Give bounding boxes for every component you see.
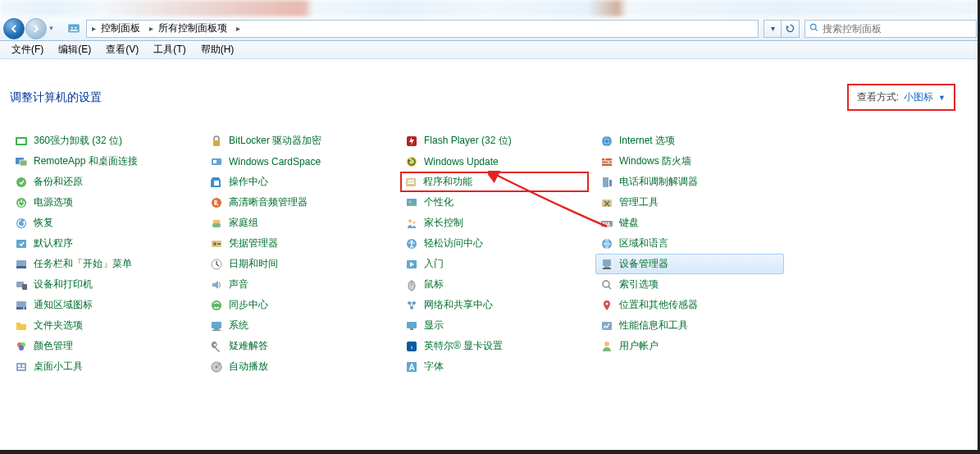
bc-root-arrow[interactable]: ▸	[89, 24, 99, 33]
winupdate-icon	[404, 154, 419, 169]
backup-icon	[14, 175, 29, 190]
cpl-item-label: 同步中心	[229, 298, 268, 312]
view-by-selector[interactable]: 查看方式: 小图标 ▼	[847, 84, 955, 111]
cpl-item-parental[interactable]: 家长控制	[400, 213, 589, 233]
menu-edit[interactable]: 编辑(E)	[52, 41, 98, 58]
cpl-item-notification[interactable]: 通知区域图标	[10, 295, 198, 315]
cpl-item-users[interactable]: 用户帐户	[595, 336, 784, 356]
bc-segment-all-items[interactable]: 所有控制面板项	[157, 21, 233, 37]
cpl-item-troubleshoot[interactable]: 疑难解答	[205, 336, 394, 356]
sound-icon	[209, 277, 224, 292]
cpl-item-display[interactable]: 显示	[400, 315, 589, 336]
cpl-item-bitlocker[interactable]: BitLocker 驱动器加密	[205, 131, 394, 151]
cpl-item-label: 区域和语言	[619, 236, 668, 250]
cpl-item-getstarted[interactable]: 入门	[400, 254, 589, 274]
cpl-item-datetime[interactable]: 日期和时间	[205, 254, 394, 274]
fonts-icon	[404, 360, 419, 374]
nav-history-dropdown[interactable]: ▼	[46, 20, 57, 38]
menu-tools[interactable]: 工具(T)	[147, 41, 192, 58]
cpl-item-label: 入门	[424, 257, 444, 271]
search-input[interactable]	[823, 23, 973, 34]
menu-view[interactable]: 查看(V)	[99, 41, 145, 58]
cpl-item-recovery[interactable]: 恢复	[10, 213, 198, 233]
cpl-item-sound[interactable]: 声音	[205, 274, 394, 295]
cpl-item-taskbar[interactable]: 任务栏和「开始」菜单	[10, 254, 198, 274]
cpl-item-network[interactable]: 网络和共享中心	[400, 295, 589, 315]
cpl-item-backup[interactable]: 备份和还原	[10, 172, 198, 192]
parental-icon	[404, 216, 419, 231]
cpl-item-location[interactable]: 位置和其他传感器	[595, 295, 784, 315]
nav-buttons-group: ▼	[3, 18, 57, 39]
cpl-item-phone[interactable]: 电话和调制解调器	[595, 172, 784, 192]
remoteapp-icon	[14, 154, 29, 169]
cpl-item-intel[interactable]: 英特尔® 显卡设置	[400, 336, 589, 356]
cpl-item-label: 通知区域图标	[34, 298, 93, 312]
forward-button[interactable]	[25, 18, 47, 39]
bc-segment-control-panel[interactable]: 控制面板	[99, 21, 146, 37]
cpl-item-label: 默认程序	[34, 236, 73, 250]
cpl-item-label: 鼠标	[424, 277, 444, 291]
cpl-item-flash[interactable]: Flash Player (32 位)	[400, 131, 589, 151]
cpl-item-color[interactable]: 颜色管理	[10, 336, 198, 356]
cpl-item-sync[interactable]: 同步中心	[205, 295, 394, 315]
cpl-item-default[interactable]: 默认程序	[10, 233, 198, 254]
cpl-item-admintools[interactable]: 管理工具	[595, 192, 784, 213]
back-button[interactable]	[3, 18, 25, 39]
taskbar-icon	[14, 257, 29, 272]
cpl-item-perf[interactable]: 性能信息和工具	[595, 315, 784, 336]
system-icon	[209, 319, 224, 333]
cpl-item-label: 设备和打印机	[34, 277, 93, 291]
network-icon	[404, 298, 419, 313]
refresh-button[interactable]	[782, 20, 800, 38]
cpl-item-folderopt[interactable]: 文件夹选项	[10, 315, 198, 336]
cpl-item-mouse[interactable]: 鼠标	[400, 274, 589, 295]
cpl-item-internet[interactable]: Internet 选项	[595, 131, 784, 151]
color-icon	[14, 339, 29, 354]
breadcrumb[interactable]: ▸ 控制面板 ▸ 所有控制面板项 ▸	[86, 20, 759, 38]
cpl-item-credentials[interactable]: 凭据管理器	[205, 233, 394, 254]
cpl-item-easeofaccess[interactable]: 轻松访问中心	[400, 233, 589, 254]
cpl-item-label: 电源选项	[34, 195, 73, 209]
cpl-item-realtek[interactable]: 高清晰音频管理器	[205, 192, 394, 213]
chevron-right-icon: ▸	[233, 24, 244, 33]
folderopt-icon	[14, 319, 29, 333]
search-box[interactable]	[805, 20, 977, 38]
cpl-item-label: 设备管理器	[619, 257, 668, 271]
cpl-item-remoteapp[interactable]: RemoteApp 和桌面连接	[10, 151, 198, 172]
devices-icon	[14, 277, 29, 292]
cpl-item-homegroup[interactable]: 家庭组	[205, 213, 394, 233]
cpl-item-autoplay[interactable]: 自动播放	[205, 356, 394, 377]
menu-file[interactable]: 文件(F)	[5, 41, 50, 58]
cpl-item-keyboard[interactable]: 键盘	[595, 213, 784, 233]
history-dropdown[interactable]: ▾	[763, 20, 782, 38]
items-area: 360强力卸载 (32 位)BitLocker 驱动器加密Flash Playe…	[0, 117, 980, 382]
notification-icon	[14, 298, 29, 313]
cpl-item-label: BitLocker 驱动器加密	[229, 134, 321, 148]
cpl-item-label: 颜色管理	[34, 339, 73, 353]
menu-help[interactable]: 帮助(H)	[194, 41, 241, 58]
cpl-item-fonts[interactable]: 字体	[400, 356, 589, 377]
power-icon	[14, 195, 29, 210]
cpl-item-region[interactable]: 区域和语言	[595, 233, 784, 254]
cpl-item-devices[interactable]: 设备和打印机	[10, 274, 198, 295]
cpl-item-indexing[interactable]: 索引选项	[595, 274, 784, 295]
cpl-item-system[interactable]: 系统	[205, 315, 394, 336]
cpl-item-personalize[interactable]: 个性化	[400, 192, 589, 213]
keyboard-icon	[599, 216, 614, 231]
cpl-item-firewall[interactable]: Windows 防火墙	[595, 151, 784, 172]
admintools-icon	[599, 195, 614, 210]
cpl-item-label: 网络和共享中心	[424, 298, 493, 312]
realtek-icon	[209, 195, 224, 210]
cpl-item-winupdate[interactable]: Windows Update	[400, 151, 589, 172]
cpl-item-label: 电话和调制解调器	[619, 175, 698, 189]
cpl-item-label: 字体	[424, 360, 444, 374]
cpl-item-cardspace[interactable]: Windows CardSpace	[205, 151, 394, 172]
cpl-item-gadgets[interactable]: 桌面小工具	[10, 356, 198, 377]
cpl-item-power[interactable]: 电源选项	[10, 192, 198, 213]
cpl-item-devmgr[interactable]: 设备管理器	[595, 254, 784, 274]
cpl-item-label: 备份和还原	[34, 175, 83, 189]
cpl-item-app-360[interactable]: 360强力卸载 (32 位)	[10, 131, 198, 151]
cpl-item-actioncenter[interactable]: 操作中心	[205, 172, 394, 192]
blurred-top-bar	[0, 0, 980, 16]
cpl-item-programs[interactable]: 程序和功能	[400, 172, 589, 192]
